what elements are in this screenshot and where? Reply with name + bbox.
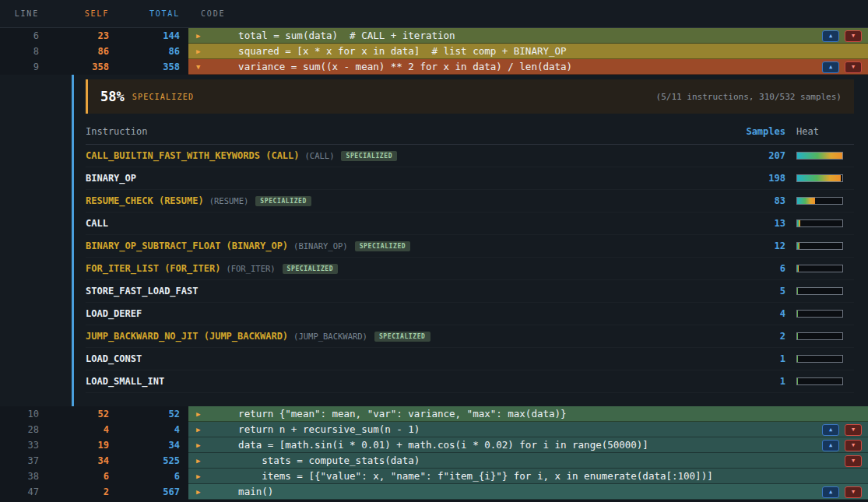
jump-to-callee-button[interactable]: ▼: [845, 30, 862, 42]
instruction-row: LOAD_DEREF4: [86, 303, 854, 325]
jump-to-caller-button[interactable]: ▲: [822, 424, 839, 436]
expand-icon[interactable]: ▶: [196, 469, 209, 484]
line-number: 28: [0, 422, 48, 437]
jump-buttons: ▲▼: [822, 440, 868, 451]
code-row: 2844▶ return n + recursive_sum(n - 1)▲▼: [0, 422, 868, 437]
code-line[interactable]: ▶ return {"mean": mean, "var": variance,…: [188, 406, 868, 422]
instruction-name: BINARY_OP: [86, 173, 136, 184]
expand-icon[interactable]: ▶: [196, 453, 209, 469]
total-samples: 358: [117, 59, 188, 75]
instruction-samples: 2: [739, 331, 785, 342]
jump-to-callee-button[interactable]: ▼: [845, 455, 862, 467]
code-text: stats = compute_stats(data): [215, 453, 420, 469]
expand-icon[interactable]: ▶: [196, 422, 209, 437]
heat-bar-track: [796, 219, 843, 227]
col-header-total: TOTAL: [117, 9, 188, 18]
instruction-row: JUMP_BACKWARD_NO_JIT (JUMP_BACKWARD)(JUM…: [86, 325, 854, 348]
self-samples: 86: [48, 44, 117, 59]
heat-bar-fill: [797, 220, 800, 226]
total-samples: 34: [117, 437, 188, 453]
jump-to-callee-button[interactable]: ▼: [845, 440, 862, 451]
heat-cell: [785, 197, 854, 205]
code-rows-top: 623144▶ total = sum(data) # CALL + itera…: [0, 28, 868, 75]
instruction-base-name: (JUMP_BACKWARD): [293, 332, 367, 341]
instruction-name: LOAD_DEREF: [86, 308, 142, 319]
expansion-indicator-line: [72, 75, 74, 406]
self-samples: 6: [48, 469, 117, 484]
line-number: 10: [0, 406, 48, 422]
instruction-name: FOR_ITER_LIST (FOR_ITER): [86, 263, 220, 274]
jump-to-callee-button[interactable]: ▼: [845, 486, 862, 498]
jump-to-caller-button[interactable]: ▲: [822, 486, 839, 498]
expand-icon[interactable]: ▶: [196, 28, 209, 44]
col-header-heat: Heat: [785, 126, 854, 137]
total-samples: 525: [117, 453, 188, 469]
specialized-badge: SPECIALIZED: [355, 241, 411, 251]
instruction-name: STORE_FAST_LOAD_FAST: [86, 286, 199, 297]
code-line[interactable]: ▶ total = sum(data) # CALL + iteration▲▼: [188, 28, 868, 44]
jump-to-caller-button[interactable]: ▲: [822, 440, 839, 451]
instruction-row: BINARY_OP_SUBTRACT_FLOAT (BINARY_OP)(BIN…: [86, 235, 854, 258]
jump-to-callee-button[interactable]: ▼: [845, 61, 862, 73]
jump-buttons: ▲▼: [822, 424, 868, 436]
code-line[interactable]: ▶ items = [{"value": x, "name": f"item_{…: [188, 469, 868, 484]
heat-bar-track: [796, 152, 843, 160]
instruction-row: FOR_ITER_LIST (FOR_ITER)(FOR_ITER)SPECIA…: [86, 258, 854, 280]
heat-cell: [785, 377, 854, 385]
instruction-row: CALL13: [86, 212, 854, 235]
jump-to-caller-button[interactable]: ▲: [822, 61, 839, 73]
line-number: 9: [0, 59, 48, 75]
code-row: 105252▶ return {"mean": mean, "var": var…: [0, 406, 868, 422]
expand-icon[interactable]: ▶: [196, 406, 209, 422]
line-number: 37: [0, 453, 48, 469]
collapse-icon[interactable]: ▼: [196, 59, 209, 75]
jump-to-callee-button[interactable]: ▼: [845, 424, 862, 436]
code-line[interactable]: ▼ variance = sum((x - mean) ** 2 for x i…: [188, 59, 868, 75]
code-line[interactable]: ▶ return n + recursive_sum(n - 1)▲▼: [188, 422, 868, 437]
code-row: 331934▶ data = [math.sin(i * 0.01) + mat…: [0, 437, 868, 453]
expand-icon[interactable]: ▶: [196, 437, 209, 453]
line-number: 6: [0, 28, 48, 44]
heat-cell: [785, 310, 854, 318]
jump-to-caller-button[interactable]: ▲: [822, 30, 839, 42]
total-samples: 567: [117, 484, 188, 500]
heat-bar-fill: [797, 265, 799, 272]
heat-bar-track: [796, 332, 843, 340]
expand-icon[interactable]: ▶: [196, 484, 209, 500]
code-line[interactable]: ▶ main()▲▼: [188, 484, 868, 500]
code-rows-bottom: 105252▶ return {"mean": mean, "var": var…: [0, 406, 868, 500]
line-number: 8: [0, 44, 48, 59]
total-samples: 144: [117, 28, 188, 44]
code-line[interactable]: ▶ squared = [x * x for x in data] # list…: [188, 44, 868, 59]
instruction-samples: 1: [739, 353, 785, 364]
code-text: squared = [x * x for x in data] # list c…: [215, 44, 567, 59]
expand-icon[interactable]: ▶: [196, 44, 209, 59]
specialized-badge: SPECIALIZED: [374, 332, 430, 342]
line-detail-panel: 58% SPECIALIZED (5/11 instructions, 310/…: [0, 75, 868, 406]
jump-buttons: ▲▼: [822, 30, 868, 42]
heat-bar-track: [796, 355, 843, 363]
instruction-samples: 83: [739, 195, 785, 206]
self-samples: 358: [48, 59, 117, 75]
specialized-label: SPECIALIZED: [132, 93, 194, 101]
code-text: items = [{"value": x, "name": f"item_{i}…: [215, 469, 713, 484]
code-text: data = [math.sin(i * 0.01) + math.cos(i …: [215, 437, 648, 453]
instruction-base-name: (CALL): [305, 151, 335, 160]
line-number: 38: [0, 469, 48, 484]
heat-cell: [785, 242, 854, 250]
heat-cell: [785, 355, 854, 363]
code-line[interactable]: ▶ data = [math.sin(i * 0.01) + math.cos(…: [188, 437, 868, 453]
jump-buttons: ▲▼: [822, 61, 868, 73]
instruction-row: LOAD_CONST1: [86, 348, 854, 370]
heat-bar-fill: [797, 311, 798, 317]
instruction-base-name: (BINARY_OP): [293, 241, 348, 251]
code-line[interactable]: ▶ stats = compute_stats(data)▼: [188, 453, 868, 469]
code-row: 623144▶ total = sum(data) # CALL + itera…: [0, 28, 868, 44]
instruction-base-name: (RESUME): [209, 196, 249, 205]
total-samples: 52: [117, 406, 188, 422]
code-text: return n + recursive_sum(n - 1): [215, 422, 420, 437]
instruction-samples: 13: [739, 218, 785, 229]
code-row: 472567▶ main()▲▼: [0, 484, 868, 500]
heat-bar-track: [796, 242, 843, 250]
instruction-name: RESUME_CHECK (RESUME): [86, 195, 204, 206]
